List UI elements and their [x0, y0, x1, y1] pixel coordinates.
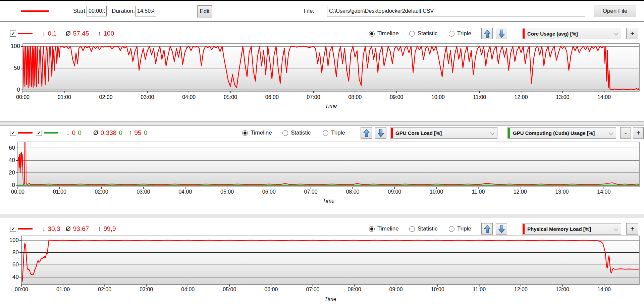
x-tick-label: 09:00: [389, 287, 403, 293]
x-tick-label: 07:00: [307, 94, 320, 100]
x-axis-title: Time: [323, 198, 334, 204]
x-tick-label: 03:00: [140, 287, 153, 293]
x-tick-label: 04:00: [178, 189, 192, 195]
x-tick-label: 13:00: [556, 94, 569, 100]
x-tick-label: 13:00: [555, 189, 569, 195]
y-tick-label: 50: [5, 65, 20, 71]
x-tick-label: 00:00: [16, 94, 30, 100]
x-tick-label: 01:00: [56, 287, 70, 293]
app-window: Start: Duration: Edit File: Open File ✓ …: [0, 0, 644, 306]
x-tick-label: 10:00: [430, 189, 443, 195]
x-tick-label: 05:00: [220, 189, 234, 195]
x-tick-label: 03:00: [137, 189, 150, 195]
x-tick-label: 04:00: [181, 287, 195, 293]
x-axis-title: Time: [324, 296, 336, 302]
y-tick-label: 40: [4, 274, 19, 280]
x-tick-label: 14:00: [597, 94, 611, 100]
x-tick-label: 03:00: [141, 94, 154, 100]
x-tick-label: 11:00: [473, 94, 486, 100]
x-tick-label: 01:00: [53, 189, 66, 195]
x-tick-label: 11:00: [473, 287, 486, 293]
x-tick-label: 14:00: [597, 189, 610, 195]
y-tick-label: 0: [5, 87, 20, 93]
x-tick-label: 08:00: [346, 189, 359, 195]
x-tick-label: 13:00: [556, 287, 569, 293]
x-tick-label: 04:00: [182, 94, 196, 100]
x-tick-label: 06:00: [262, 189, 276, 195]
y-tick-label: 0: [0, 182, 15, 189]
x-tick-label: 05:00: [224, 94, 237, 100]
y-tick-label: 40: [0, 157, 15, 164]
x-tick-label: 01:00: [58, 94, 71, 100]
x-tick-label: 12:00: [514, 287, 528, 293]
charts-canvas: [0, 0, 644, 306]
x-tick-label: 07:00: [306, 287, 319, 293]
y-tick-label: 20: [0, 169, 15, 176]
x-tick-label: 09:00: [388, 189, 401, 195]
x-tick-label: 08:00: [347, 287, 361, 293]
x-tick-label: 00:00: [11, 189, 24, 195]
x-tick-label: 05:00: [223, 287, 236, 293]
x-tick-label: 02:00: [99, 94, 113, 100]
x-tick-label: 10:00: [431, 287, 444, 293]
y-tick-label: 60: [4, 261, 19, 268]
y-tick-label: 100: [5, 43, 20, 50]
x-tick-label: 02:00: [95, 189, 108, 195]
x-tick-label: 00:00: [15, 287, 28, 293]
x-axis-title: Time: [325, 103, 337, 109]
y-tick-label: 100: [4, 237, 19, 244]
x-tick-label: 06:00: [265, 94, 279, 100]
x-tick-label: 09:00: [390, 94, 403, 100]
x-tick-label: 12:00: [514, 189, 527, 195]
x-tick-label: 07:00: [304, 189, 318, 195]
x-tick-label: 10:00: [431, 94, 445, 100]
x-tick-label: 14:00: [597, 287, 611, 293]
x-tick-label: 06:00: [264, 287, 278, 293]
x-tick-label: 11:00: [472, 189, 485, 195]
x-tick-label: 12:00: [515, 94, 528, 100]
y-tick-label: 80: [4, 249, 19, 256]
x-tick-label: 02:00: [98, 287, 111, 293]
x-tick-label: 08:00: [348, 94, 362, 100]
y-tick-label: 60: [0, 145, 15, 151]
